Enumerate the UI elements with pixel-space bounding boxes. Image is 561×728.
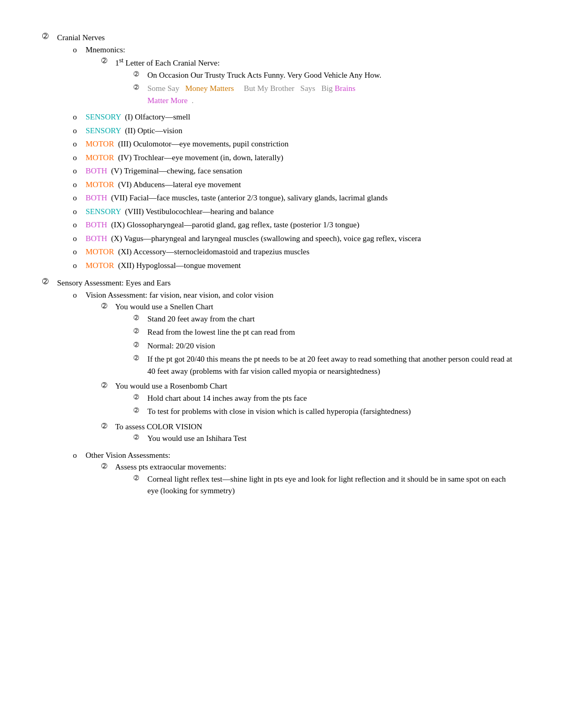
cn11-badge: MOTOR [86, 247, 114, 256]
matter-more-text: Matter More [147, 96, 188, 105]
bullet-totest: ➁ [134, 406, 143, 415]
first-letter-title: 1st Letter of Each Cranial Nerve: [115, 59, 220, 67]
rosenbomb-item: ➁ You would use a Rosenbomb Chart ➁ Hold… [101, 380, 518, 419]
o-marker-cn6: o [73, 179, 81, 191]
cn-12-item: o MOTOR (XII) Hypoglossal—tongue movemen… [73, 260, 518, 272]
read-item: ➁ Read from the lowest line the pt can r… [134, 326, 518, 338]
extraocular-item: ➁ Assess pts extraocular movements: ➁ Co… [101, 461, 518, 499]
cn-3-item: o MOTOR (III) Oculomotor—eye movements, … [73, 138, 518, 150]
cn-9-item: o BOTH (IX) Glossopharyngeal—parotid gla… [73, 219, 518, 231]
o-marker-cn10: o [73, 233, 81, 245]
o-marker-cn3: o [73, 138, 81, 150]
stand-text: Stand 20 feet away from the chart [147, 315, 255, 323]
some-say-text: Some Say [147, 84, 179, 93]
cn-1-item: o SENSORY (I) Olfactory—smell [73, 111, 518, 123]
cn12-badge: MOTOR [86, 261, 114, 270]
cn5-text: (V) Trigeminal—chewing, face sensation [111, 167, 242, 175]
vision-assessment-item: o Vision Assessment: far vision, near vi… [73, 289, 518, 448]
extraocular-title: Assess pts extraocular movements: [115, 463, 226, 471]
bullet-read: ➁ [134, 326, 143, 336]
cn12-text: (XII) Hypoglossal—tongue movement [118, 261, 240, 270]
o-marker-cn11: o [73, 246, 81, 258]
cranial-nerves-title: Cranial Nerves [57, 33, 105, 42]
cn6-text: (VI) Abducens—lateral eye movement [118, 180, 241, 189]
cn10-text: (X) Vagus—pharyngeal and laryngeal muscl… [111, 234, 421, 243]
brains-text: Brains [335, 84, 356, 93]
o-marker-cn2: o [73, 125, 81, 137]
o-marker-mnemonics: o [73, 44, 81, 56]
snellen-title: You would use a Snellen Chart [115, 302, 213, 311]
cn-11-item: o MOTOR (XI) Accessory—sternocleidomasto… [73, 246, 518, 258]
bullet-rosenbomb: ➁ [101, 380, 111, 391]
bullet-ifpt: ➁ [134, 353, 143, 363]
o-marker-cn7: o [73, 192, 81, 204]
cn11-text: (XI) Accessory—sternocleidomastoid and t… [118, 247, 309, 256]
bullet-snellen: ➁ [101, 301, 111, 311]
o-marker-cn12: o [73, 260, 81, 272]
bullet-extraocular: ➁ [101, 461, 111, 472]
bullet-l4-2: ➁ [134, 82, 143, 92]
period-text: . [192, 96, 194, 105]
section-sensory-assessment: ➁ Sensory Assessment: Eyes and Ears o Vi… [42, 277, 518, 502]
normal-text: Normal: 20/20 vision [147, 342, 215, 350]
cn-6-item: o MOTOR (VI) Abducens—lateral eye moveme… [73, 179, 518, 191]
ifpt-item: ➁ If the pt got 20/40 this means the pt … [134, 353, 518, 377]
cn5-badge: BOTH [86, 167, 107, 175]
cn9-badge: BOTH [86, 220, 107, 229]
bullet-stand: ➁ [134, 313, 143, 322]
cn1-text: (I) Olfactory—smell [125, 113, 190, 121]
bullet-color: ➁ [101, 421, 111, 431]
bullet-normal: ➁ [134, 340, 143, 349]
bullet-l3-1: ➁ [101, 56, 111, 66]
cn-10-item: o BOTH (X) Vagus—pharyngeal and laryngea… [73, 233, 518, 245]
on-occasion-text: On Occasion Our Trusty Truck Acts Funny.… [147, 71, 381, 79]
cn7-badge: BOTH [86, 193, 107, 202]
bullet-corneal: ➁ [134, 473, 143, 483]
snellen-item: ➁ You would use a Snellen Chart ➁ Stand … [101, 301, 518, 379]
stand-item: ➁ Stand 20 feet away from the chart [134, 313, 518, 325]
color-vision-item: ➁ To assess COLOR VISION ➁ You would use… [101, 421, 518, 446]
cn3-text: (III) Oculomotor—eye movements, pupil co… [118, 140, 288, 148]
but-my-text: But My Brother Says Big [234, 84, 333, 93]
o-marker-cn8: o [73, 206, 81, 218]
totest-text: To test for problems with close in visio… [147, 407, 411, 416]
cn-2-item: o SENSORY (II) Optic—vision [73, 125, 518, 137]
o-marker-cn9: o [73, 219, 81, 231]
other-vision-item: o Other Vision Assessments: ➁ Assess pts… [73, 449, 518, 500]
section-cranial-nerves: ➁ Cranial Nerves o Mnemonics: ➁ [42, 32, 518, 273]
cn10-badge: BOTH [86, 234, 107, 243]
corneal-text: Corneal light reflex test—shine light in… [147, 475, 506, 495]
cn4-badge: MOTOR [86, 153, 114, 162]
mnemonics-item: o Mnemonics: ➁ 1st Letter of Each Crania… [73, 44, 518, 110]
o-marker-cn1: o [73, 111, 81, 123]
read-text: Read from the lowest line the pt can rea… [147, 328, 295, 336]
rosenbomb-title: You would use a Rosenbomb Chart [115, 382, 227, 390]
document-content: ➁ Cranial Nerves o Mnemonics: ➁ [42, 32, 518, 502]
color-vision-title: To assess COLOR VISION [115, 422, 202, 431]
vision-assessment-title: Vision Assessment: far vision, near visi… [86, 291, 274, 299]
on-occasion-item: ➁ On Occasion Our Trusty Truck Acts Funn… [134, 69, 518, 81]
bullet-l1-2: ➁ [42, 277, 52, 286]
cn-7-item: o BOTH (VII) Facial—face muscles, taste … [73, 192, 518, 204]
hold-item: ➁ Hold chart about 14 inches away from t… [134, 392, 518, 404]
ishihara-item: ➁ You would use an Ishihara Test [134, 432, 518, 445]
cn-5-item: o BOTH (V) Trigeminal—chewing, face sens… [73, 165, 518, 177]
o-marker-vision: o [73, 289, 81, 301]
bullet-ishihara: ➁ [134, 432, 143, 442]
ifpt-text: If the pt got 20/40 this means the pt ne… [147, 355, 512, 375]
other-vision-title: Other Vision Assessments: [86, 451, 171, 459]
o-marker-cn4: o [73, 152, 81, 164]
o-marker-other-vision: o [73, 449, 81, 462]
cn7-text: (VII) Facial—face muscles, taste (anteri… [111, 193, 388, 202]
cn6-badge: MOTOR [86, 180, 114, 189]
cn3-badge: MOTOR [86, 140, 114, 148]
cn9-text: (IX) Glossopharyngeal—parotid gland, gag… [111, 220, 359, 229]
cn-4-item: o MOTOR (IV) Trochlear—eye movement (in,… [73, 152, 518, 164]
normal-item: ➁ Normal: 20/20 vision [134, 340, 518, 352]
bullet-l4-1: ➁ [134, 69, 143, 79]
bullet-l1-1: ➁ [42, 32, 52, 41]
money-matters-text: Money Matters [179, 84, 233, 93]
cn2-text: (II) Optic—vision [125, 126, 182, 135]
bullet-hold: ➁ [134, 392, 143, 402]
cn8-badge: SENSORY [86, 207, 121, 216]
